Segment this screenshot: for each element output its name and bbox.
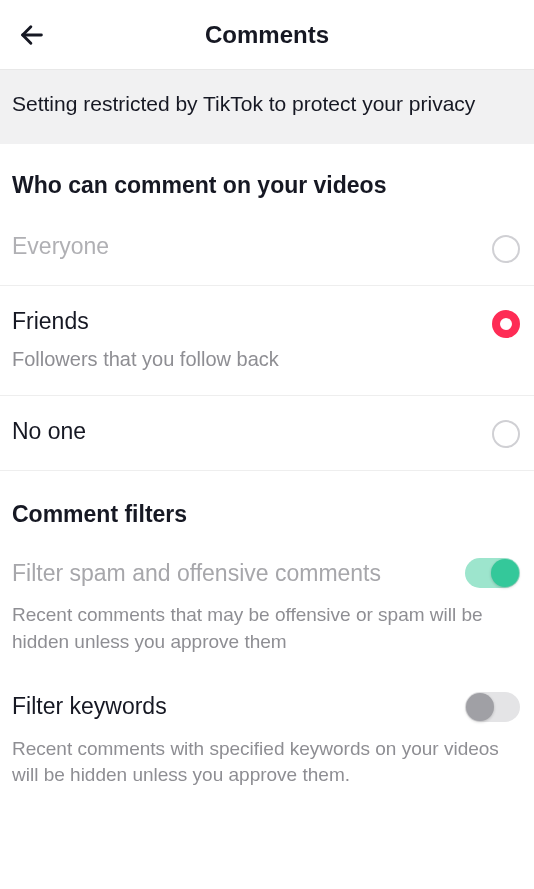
who-can-comment-title: Who can comment on your videos <box>0 144 534 211</box>
option-label: No one <box>12 418 492 445</box>
option-label: Everyone <box>12 233 492 260</box>
toggle-knob <box>491 559 519 587</box>
filter-label: Filter keywords <box>12 693 167 720</box>
toggle-knob <box>466 693 494 721</box>
radio-button[interactable] <box>492 310 520 338</box>
option-label: Friends <box>12 308 492 335</box>
header: Comments <box>0 0 534 70</box>
filter-row: Filter keywordsRecent comments with spec… <box>0 672 534 805</box>
toggle-switch[interactable] <box>465 558 520 588</box>
radio-button[interactable] <box>492 235 520 263</box>
filter-label: Filter spam and offensive comments <box>12 560 381 587</box>
page-title: Comments <box>205 21 329 49</box>
filter-row: Filter spam and offensive commentsRecent… <box>0 538 534 671</box>
toggle-switch[interactable] <box>465 692 520 722</box>
comment-option-row[interactable]: No one <box>0 396 534 471</box>
comment-filters-title: Comment filters <box>0 471 534 538</box>
filter-description: Recent comments that may be offensive or… <box>12 602 520 655</box>
comment-option-row[interactable]: FriendsFollowers that you follow back <box>0 286 534 396</box>
option-description: Followers that you follow back <box>12 345 492 373</box>
radio-button[interactable] <box>492 420 520 448</box>
restriction-banner: Setting restricted by TikTok to protect … <box>0 70 534 144</box>
comment-option-row[interactable]: Everyone <box>0 211 534 286</box>
back-arrow-icon <box>18 21 46 49</box>
filter-description: Recent comments with specified keywords … <box>12 736 520 789</box>
back-button[interactable] <box>12 15 52 55</box>
